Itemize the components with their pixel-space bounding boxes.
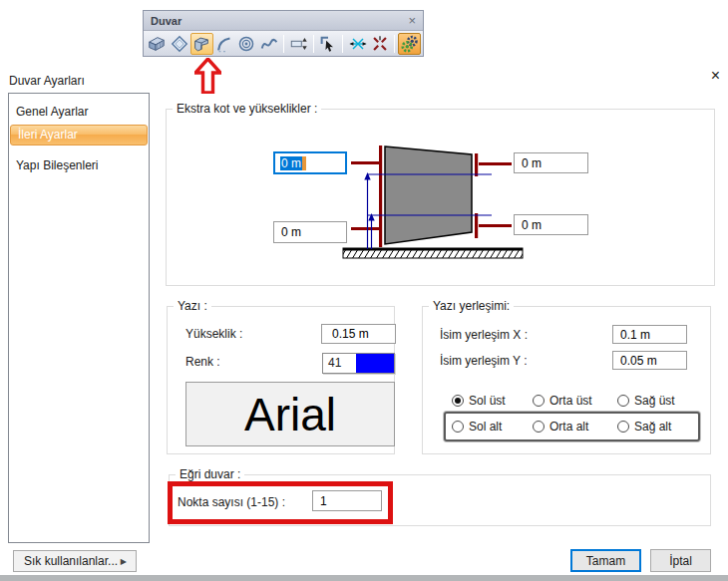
toolbar-separator bbox=[283, 35, 284, 53]
favorites-arrow-icon: ▶ bbox=[121, 557, 127, 566]
placement-y-label: İsim yerleşim Y : bbox=[440, 354, 528, 368]
favorites-button-label: Sık kullanılanlar... bbox=[24, 554, 118, 568]
text-color-swatch[interactable] bbox=[356, 354, 394, 373]
radio-label: Sağ üst bbox=[634, 394, 675, 408]
group-text-placement-label: Yazı yerleşimi: bbox=[429, 299, 514, 313]
radio-sol-ust[interactable]: Sol üst bbox=[452, 394, 506, 408]
radio-sag-ust[interactable]: Sağ üst bbox=[617, 394, 675, 408]
sidebar-item-ileri-ayarlar[interactable]: İleri Ayarlar bbox=[10, 125, 148, 145]
radio-circle bbox=[452, 421, 464, 433]
sidebar-item-genel-ayarlar[interactable]: Genel Ayarlar bbox=[9, 101, 149, 123]
group-text-placement: Yazı yerleşimi: İsim yerleşim X : İsim y… bbox=[422, 306, 711, 454]
dialog-title: Duvar Ayarları bbox=[9, 74, 85, 88]
wall-toolbar: Duvar × bbox=[143, 10, 424, 57]
extra-bottom-right-input[interactable] bbox=[514, 214, 588, 235]
text-caret bbox=[302, 156, 306, 170]
placement-x-input[interactable] bbox=[612, 325, 687, 344]
text-color-number: 41 bbox=[323, 354, 356, 373]
annotation-arrow-icon bbox=[194, 58, 221, 94]
circular-wall-icon[interactable] bbox=[235, 33, 258, 55]
bottom-placement-frame: Sol alt Orta alt Sağ alt bbox=[444, 412, 700, 441]
radio-label: Orta alt bbox=[549, 420, 588, 434]
radio-sol-alt[interactable]: Sol alt bbox=[452, 420, 502, 434]
toolbar-close-icon[interactable]: × bbox=[408, 14, 416, 27]
break-wall-icon[interactable] bbox=[369, 33, 392, 55]
wall-dimension-icon[interactable] bbox=[287, 33, 310, 55]
arc-wall-icon[interactable] bbox=[213, 33, 236, 55]
radio-label: Sol üst bbox=[469, 394, 506, 408]
radio-label: Sağ alt bbox=[634, 420, 671, 434]
group-extra-heights: Ekstra kot ve yükseklikler : bbox=[166, 109, 715, 286]
toolbar-separator bbox=[313, 35, 314, 53]
radio-circle bbox=[617, 395, 629, 407]
toolbar-title: Duvar bbox=[151, 15, 408, 27]
wall-settings-gears-icon[interactable] bbox=[398, 33, 421, 55]
group-text: Yazı : Yükseklik : Renk : 41 Arial bbox=[167, 306, 395, 454]
toolbar-separator bbox=[394, 35, 395, 53]
placement-y-input[interactable] bbox=[612, 351, 687, 370]
toolbar-separator bbox=[342, 35, 343, 53]
app-screen: Duvar × bbox=[0, 0, 728, 581]
extra-bottom-left-input[interactable] bbox=[273, 221, 347, 243]
toolbar-titlebar[interactable]: Duvar × bbox=[144, 11, 423, 31]
toolbar-buttons-row bbox=[144, 31, 423, 56]
text-height-input[interactable] bbox=[321, 324, 396, 344]
settings-category-list: Genel Ayarlar İleri Ayarlar Yapı Bileşen… bbox=[8, 93, 150, 543]
radio-circle bbox=[533, 395, 545, 407]
radio-circle bbox=[452, 395, 464, 407]
radio-sag-alt[interactable]: Sağ alt bbox=[617, 420, 671, 434]
group-text-label: Yazı : bbox=[174, 299, 211, 313]
favorites-button[interactable]: Sık kullanılanlar... ▶ bbox=[13, 550, 137, 572]
placement-x-label: İsim yerleşim X : bbox=[440, 328, 528, 342]
wall-elevation-diagram bbox=[167, 110, 714, 285]
font-select-button[interactable]: Arial bbox=[185, 382, 395, 446]
text-color-control[interactable]: 41 bbox=[322, 353, 395, 374]
dialog-close-icon[interactable]: × bbox=[711, 68, 720, 84]
extra-top-right-input[interactable] bbox=[514, 152, 588, 173]
snap-intersection-icon[interactable] bbox=[346, 33, 369, 55]
ok-button[interactable]: Tamam bbox=[570, 549, 641, 572]
radio-label: Sol alt bbox=[469, 420, 502, 434]
text-color-label: Renk : bbox=[185, 355, 220, 369]
radio-circle bbox=[617, 421, 629, 433]
pick-wall-icon[interactable] bbox=[317, 33, 340, 55]
group-curved-wall-label: Eğri duvar : bbox=[176, 467, 244, 481]
radio-orta-alt[interactable]: Orta alt bbox=[533, 420, 588, 434]
annotation-highlight-box bbox=[168, 481, 393, 524]
spline-wall-icon[interactable] bbox=[258, 33, 281, 55]
cancel-button[interactable]: İptal bbox=[650, 549, 711, 572]
text-height-label: Yükseklik : bbox=[185, 327, 242, 341]
radio-circle bbox=[533, 421, 545, 433]
wall-3d-icon[interactable] bbox=[146, 33, 169, 55]
radio-label: Orta üst bbox=[549, 394, 592, 408]
extra-top-left-selected-text: 0 m bbox=[280, 156, 302, 170]
sidebar-item-yapi-bilesenleri[interactable]: Yapı Bileşenleri bbox=[9, 154, 149, 176]
background-strip bbox=[0, 575, 728, 581]
radio-orta-ust[interactable]: Orta üst bbox=[533, 394, 592, 408]
extra-top-left-input[interactable]: 0 m bbox=[273, 151, 347, 174]
polygon-wall-icon[interactable] bbox=[169, 33, 191, 55]
corner-wall-icon[interactable] bbox=[190, 33, 213, 55]
